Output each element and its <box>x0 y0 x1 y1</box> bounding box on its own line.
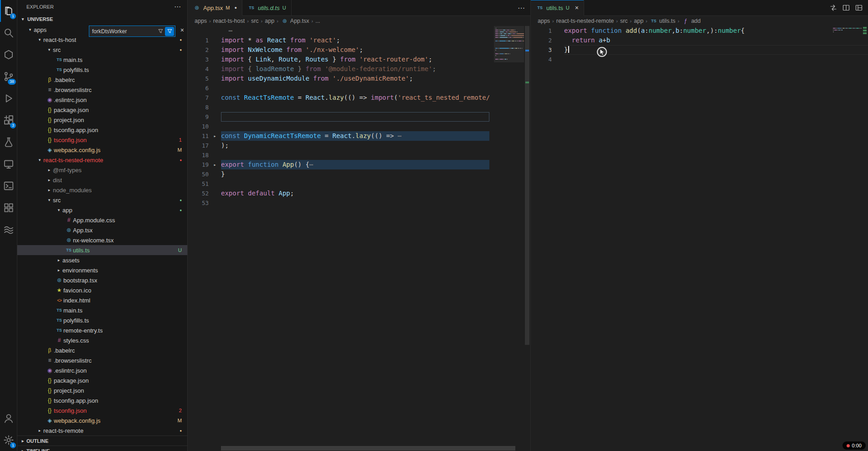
tree-item-app-tsx[interactable]: ⊛App.tsx <box>17 225 187 235</box>
workspace-header[interactable]: ▾ UNIVERSE <box>17 14 187 25</box>
code-line[interactable]: 2import NxWelcome from './nx-welcome'; <box>188 45 530 55</box>
tab-utils-ts[interactable]: TSutils.tsU× <box>531 0 584 16</box>
tree-item-environments[interactable]: ▸environments <box>17 265 187 275</box>
outline-section[interactable]: ▸ OUTLINE <box>17 436 187 446</box>
code-line[interactable]: 3} <box>531 45 868 55</box>
tree-item-eslintrc-json[interactable]: ◉.eslintrc.json <box>17 365 187 375</box>
tree-item-package-json[interactable]: {}package.json <box>17 105 187 115</box>
tab-utils-d-ts[interactable]: TSutils.d.tsU <box>242 0 292 15</box>
breadcrumb-item-utils-ts[interactable]: TSutils.ts <box>650 18 675 24</box>
breadcrumb-item-react-ts-host[interactable]: react-ts-host <box>213 18 245 24</box>
code-line[interactable]: 8 <box>188 102 530 112</box>
activity-item-waves-icon[interactable] <box>0 219 17 241</box>
breadcrumb-item-apps[interactable]: apps <box>538 18 550 24</box>
breadcrumb-item-react-ts-nested-remote[interactable]: react-ts-nested-remote <box>556 18 614 24</box>
tree-item-tsconfig-json[interactable]: {}tsconfig.json1 <box>17 135 187 145</box>
tree-item-project-json[interactable]: {}project.json <box>17 115 187 125</box>
tree-item-webpack-config-js[interactable]: ◈webpack.config.jsM <box>17 415 187 425</box>
activity-item-settings-icon[interactable]: 1 <box>0 429 17 451</box>
tree-item-browserslistrc[interactable]: ≡.browserslistrc <box>17 355 187 365</box>
activity-item-search-icon[interactable] <box>0 22 17 44</box>
tree-find-input[interactable] <box>92 28 156 35</box>
code-line[interactable]: 3import { Link, Route, Routes } from 're… <box>188 55 530 64</box>
tree-item-eslintrc-json[interactable]: ◉.eslintrc.json <box>17 95 187 105</box>
code-line[interactable]: 7const ReactTsRemote = React.lazy(() => … <box>188 93 530 102</box>
tree-item-remote-entry-ts[interactable]: TSremote-entry.ts <box>17 325 187 335</box>
code-line[interactable]: 1export function add(a:number,b:number,)… <box>531 26 868 36</box>
tree-item-tsconfig-json[interactable]: {}tsconfig.json2 <box>17 405 187 415</box>
vertical-scrollbar[interactable] <box>862 26 868 451</box>
tree-item-bootstrap-tsx[interactable]: ⊛bootstrap.tsx <box>17 275 187 285</box>
tree-item-src[interactable]: ▾src● <box>17 45 187 55</box>
tree-item-mf-types[interactable]: ▸@mf-types <box>17 165 187 175</box>
horizontal-scrollbar[interactable] <box>221 446 492 451</box>
tree-item-main-ts[interactable]: TSmain.ts <box>17 305 187 315</box>
tree-item-tsconfig-app-json[interactable]: {}tsconfig.app.json <box>17 125 187 135</box>
code-line[interactable]: ⋯ <box>188 26 530 36</box>
activity-item-nx-console-icon[interactable] <box>0 44 17 66</box>
minimap[interactable] <box>494 26 524 135</box>
tree-item-utils-ts[interactable]: TSutils.tsU <box>17 245 187 255</box>
tree-item-styles-css[interactable]: #styles.css <box>17 335 187 345</box>
tree-item-react-ts-remote[interactable]: ▸react-ts-remote● <box>17 425 187 436</box>
activity-item-remote-explorer-icon[interactable] <box>0 153 17 175</box>
scrollbar-thumb[interactable] <box>525 26 529 345</box>
activity-item-source-control-icon[interactable]: 38 <box>0 66 17 87</box>
activity-item-testing-icon[interactable] <box>0 131 17 153</box>
tab-app-tsx[interactable]: ⊛App.tsxM● <box>188 0 242 16</box>
tree-item-src[interactable]: ▾src● <box>17 195 187 205</box>
code-line[interactable]: 4import { loadRemote } from '@module-fed… <box>188 64 530 74</box>
filter-icon[interactable] <box>156 27 165 36</box>
code-line[interactable]: 52export default App; <box>188 189 530 198</box>
layout-icon[interactable] <box>855 4 863 11</box>
code-line[interactable]: 11▸const DynamicReactTsRemote = React.la… <box>188 131 530 141</box>
tree-item-react-ts-nested-remote[interactable]: ▾react-ts-nested-remote● <box>17 155 187 165</box>
tree-item-polyfills-ts[interactable]: TSpolyfills.ts <box>17 65 187 75</box>
tree-item-app-module-css[interactable]: #App.module.css <box>17 215 187 225</box>
more-actions-icon[interactable]: ⋯ <box>518 4 525 12</box>
tree-item-index-html[interactable]: <>index.html <box>17 295 187 305</box>
code-editor[interactable]: 1export function add(a:number,b:number,)… <box>531 26 868 451</box>
tree-item-webpack-config-js[interactable]: ◈webpack.config.jsM <box>17 145 187 155</box>
code-line[interactable]: 4 <box>531 55 868 64</box>
split-editor-icon[interactable] <box>842 4 850 11</box>
close-icon[interactable]: × <box>180 27 184 33</box>
code-line[interactable]: 6 <box>188 83 530 93</box>
breadcrumb-item-src[interactable]: src <box>620 18 628 24</box>
dirty-dot-icon[interactable]: ● <box>235 5 237 10</box>
activity-item-terminal-icon[interactable] <box>0 175 17 197</box>
tree-item-nx-welcome-tsx[interactable]: ⊛nx-welcome.tsx <box>17 235 187 245</box>
filter-toggle-icon[interactable] <box>165 27 174 36</box>
tree-item-polyfills-ts[interactable]: TSpolyfills.ts <box>17 315 187 325</box>
tree-item-package-json[interactable]: {}package.json <box>17 375 187 385</box>
breadcrumb-item-apps[interactable]: apps <box>195 18 207 24</box>
activity-item-extensions-icon[interactable]: 3 <box>0 109 17 131</box>
minimap[interactable] <box>832 26 862 135</box>
breadcrumb-item-add[interactable]: ƒadd <box>682 18 701 24</box>
code-line[interactable]: 19▸export function App() {⋯ <box>188 160 530 169</box>
vertical-scrollbar[interactable] <box>524 26 530 451</box>
tree-item-assets[interactable]: ▸assets <box>17 255 187 265</box>
code-line[interactable]: 2 return a+b <box>531 36 868 45</box>
fold-chevron-icon[interactable]: ▸ <box>209 133 221 138</box>
close-icon[interactable]: × <box>575 5 579 11</box>
code-line[interactable]: 1import * as React from 'react'; <box>188 36 530 45</box>
timeline-section[interactable]: ▸ TIMELINE <box>17 446 187 451</box>
tree-item-project-json[interactable]: {}project.json <box>17 385 187 395</box>
activity-item-files-icon[interactable]: 1 <box>0 0 17 22</box>
tree-item-browserslistrc[interactable]: ≡.browserslistrc <box>17 85 187 95</box>
code-line[interactable]: 9 <box>188 112 530 122</box>
code-line[interactable]: 10 <box>188 122 530 131</box>
fold-chevron-icon[interactable]: ▸ <box>209 162 221 167</box>
tree-item-babelrc[interactable]: β.babelrc <box>17 345 187 355</box>
code-line[interactable]: 17); <box>188 141 530 150</box>
sidebar-more-actions-icon[interactable]: ⋯ <box>174 3 181 11</box>
code-line[interactable]: 51 <box>188 179 530 189</box>
code-line[interactable]: 5import useDynamicModule from './useDyna… <box>188 74 530 83</box>
tree-item-favicon-ico[interactable]: ★favicon.ico <box>17 285 187 295</box>
tree-item-app[interactable]: ▾app● <box>17 205 187 215</box>
code-line[interactable]: 53 <box>188 198 530 208</box>
tree-item-dist[interactable]: ▸dist <box>17 175 187 185</box>
code-line[interactable]: 18 <box>188 150 530 160</box>
tree-item-node-modules[interactable]: ▸node_modules <box>17 185 187 195</box>
